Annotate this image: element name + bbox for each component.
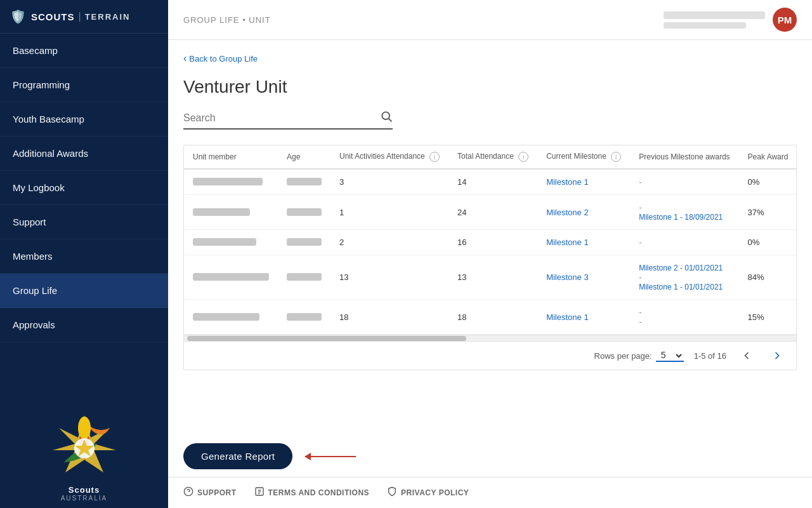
svg-point-3 (382, 112, 390, 119)
member-age-cell (278, 169, 331, 195)
total-attendance-cell: 13 (449, 255, 537, 300)
peak-award-cell: 15% (739, 300, 797, 335)
next-page-button[interactable] (767, 348, 787, 363)
arrow-line (305, 456, 356, 457)
footer: SUPPORT TERMS AND CONDITIONS PRIVACY POL… (168, 477, 812, 508)
nav-item-group-life[interactable]: Group Life (0, 274, 168, 308)
col-unit-activities: Unit Activities Attendance i (331, 145, 449, 169)
scouts-australia-logo (46, 409, 122, 485)
prev-milestones-cell: - (630, 230, 738, 255)
col-age: Age (278, 145, 331, 169)
current-milestone-info-icon[interactable]: i (611, 152, 621, 162)
sidebar-logo-terrain: TERRAIN (85, 12, 131, 22)
peak-award-cell: 0% (739, 169, 797, 195)
search-input[interactable] (183, 112, 380, 124)
page-range: 1-5 of 16 (694, 351, 726, 361)
table-scroll-track[interactable] (184, 335, 796, 341)
milestone-link[interactable]: Milestone 1 (546, 177, 588, 187)
member-name-cell (184, 195, 278, 230)
member-name-cell (184, 230, 278, 255)
total-attendance-cell: 14 (449, 169, 537, 195)
total-attendance-info-icon[interactable]: i (518, 152, 528, 162)
search-container (183, 110, 393, 130)
main-content: GROUP LIFE • UNIT PM ‹ Back to Group Lif… (168, 0, 812, 508)
sidebar-logo: 🛡️ SCOUTS | TERRAIN (0, 0, 168, 34)
member-age-cell (278, 230, 331, 255)
previous-page-button[interactable] (737, 348, 757, 363)
unit-activities-info-icon[interactable]: i (429, 152, 440, 162)
peak-award-cell: 0% (739, 230, 797, 255)
current-milestone-cell: Milestone 1 (537, 300, 630, 335)
generate-report-button[interactable]: Generate Report (183, 443, 292, 469)
search-icon[interactable] (380, 110, 393, 126)
current-milestone-cell: Milestone 1 (537, 230, 630, 255)
total-attendance-cell: 16 (449, 230, 537, 255)
generate-report-row: Generate Report (168, 432, 812, 477)
prev-milestones-cell: - - (630, 300, 738, 335)
table-row: 2 16 Milestone 1 - 0% (184, 230, 797, 255)
nav-item-approvals[interactable]: Approvals (0, 308, 168, 342)
table-row: 18 18 Milestone 1 - - 15% (184, 300, 797, 335)
user-info (664, 11, 765, 29)
svg-line-4 (389, 119, 392, 122)
rows-per-page-select[interactable]: 5 10 25 50 (656, 349, 684, 362)
nav-item-support[interactable]: Support (0, 205, 168, 239)
nav-item-programming[interactable]: Programming (0, 68, 168, 102)
pagination-bar: Rows per page: 5 10 25 50 1-5 of 16 (184, 341, 796, 370)
milestone-link[interactable]: Milestone 2 (546, 208, 588, 217)
page-title: Venturer Unit (183, 77, 797, 97)
sidebar: 🛡️ SCOUTS | TERRAIN Basecamp Programming… (0, 0, 168, 508)
current-milestone-cell: Milestone 3 (537, 255, 630, 300)
sidebar-logo-scouts: SCOUTS (31, 11, 75, 22)
user-block: PM (664, 8, 797, 32)
prev-milestones-cell: - (630, 169, 738, 195)
milestone-link[interactable]: Milestone 1 (546, 237, 588, 247)
unit-activities-cell: 2 (331, 230, 449, 255)
user-avatar[interactable]: PM (773, 8, 797, 32)
terms-link[interactable]: TERMS AND CONDITIONS (254, 486, 370, 499)
support-icon (183, 486, 193, 499)
unit-activities-cell: 1 (331, 195, 449, 230)
unit-activities-cell: 3 (331, 169, 449, 195)
back-to-group-life-link[interactable]: ‹ Back to Group Life (183, 53, 797, 64)
sidebar-logo-divider: | (79, 11, 81, 22)
unit-activities-cell: 13 (331, 255, 449, 300)
prev-milestones-cell: Milestone 2 - 01/01/2021 - Milestone 1 -… (630, 255, 738, 300)
unit-members-table: Unit member Age Unit Activities Attendan… (184, 145, 797, 335)
nav-item-basecamp[interactable]: Basecamp (0, 34, 168, 68)
milestone-link[interactable]: Milestone 3 (546, 272, 588, 282)
scouts-label: Scouts (69, 485, 100, 495)
nav-item-my-logbook[interactable]: My Logbook (0, 171, 168, 205)
total-attendance-cell: 24 (449, 195, 537, 230)
table-row: 1 24 Milestone 2 - Milestone 1 - 18/09/2… (184, 195, 797, 230)
member-age-cell (278, 195, 331, 230)
arrow-indicator (305, 456, 356, 457)
table-row: 3 14 Milestone 1 - 0% (184, 169, 797, 195)
member-age-cell (278, 255, 331, 300)
breadcrumb-page: UNIT (249, 15, 270, 25)
total-attendance-cell: 18 (449, 300, 537, 335)
member-name-cell (184, 169, 278, 195)
member-name-cell (184, 255, 278, 300)
privacy-link[interactable]: PRIVACY POLICY (387, 486, 469, 499)
table-body: 3 14 Milestone 1 - 0% 1 24 Milestone 2 (184, 169, 797, 335)
rows-per-page-label: Rows per page: (594, 351, 652, 361)
svg-point-1 (78, 417, 91, 439)
breadcrumb: GROUP LIFE • UNIT (183, 15, 271, 25)
col-previous-milestone: Previous Milestone awards (630, 145, 738, 169)
support-link[interactable]: SUPPORT (183, 486, 237, 499)
topbar: GROUP LIFE • UNIT PM (168, 0, 812, 40)
nav-item-additional-awards[interactable]: Additional Awards (0, 137, 168, 171)
table-row: 13 13 Milestone 3 Milestone 2 - 01/01/20… (184, 255, 797, 300)
peak-award-cell: 84% (739, 255, 797, 300)
table-scroll-thumb[interactable] (187, 336, 466, 341)
milestone-link[interactable]: Milestone 1 (546, 312, 588, 322)
current-milestone-cell: Milestone 2 (537, 195, 630, 230)
nav-item-members[interactable]: Members (0, 239, 168, 274)
current-milestone-cell: Milestone 1 (537, 169, 630, 195)
user-role (664, 22, 746, 29)
peak-award-cell: 37% (739, 195, 797, 230)
nav-item-youth-basecamp[interactable]: Youth Basecamp (0, 102, 168, 137)
col-total-attendance: Total Attendance i (449, 145, 537, 169)
data-table-wrapper: Unit member Age Unit Activities Attendan… (183, 145, 797, 370)
